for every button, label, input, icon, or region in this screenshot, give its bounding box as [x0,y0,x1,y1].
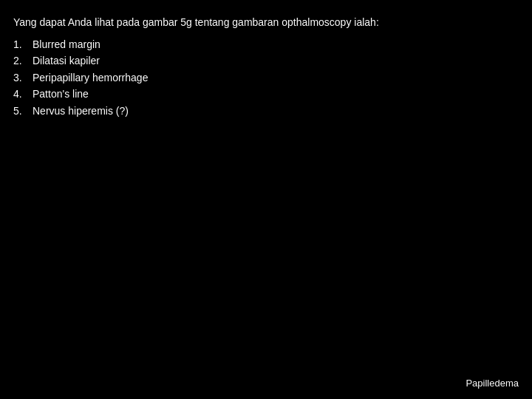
answer-list: 1.Blurred margin2.Dilatasi kapiler3.Peri… [13,36,519,119]
list-item-text: Peripapillary hemorrhage [33,69,148,86]
list-item-text: Blurred margin [33,36,100,52]
list-item: 4.Patton's line [13,86,519,102]
question-text: Yang dapat Anda lihat pada gambar 5g ten… [13,15,519,30]
list-item-text: Patton's line [33,86,89,102]
list-item-text: Dilatasi kapiler [33,52,100,69]
list-item-number: 3. [13,69,28,86]
list-item: 2.Dilatasi kapiler [13,52,519,69]
list-item: 3.Peripapillary hemorrhage [13,69,519,86]
main-content: Yang dapat Anda lihat pada gambar 5g ten… [0,0,532,134]
list-item-number: 5. [13,103,28,119]
list-item-number: 2. [13,52,28,69]
list-item-number: 4. [13,86,28,102]
list-item-number: 1. [13,36,28,52]
list-item: 1.Blurred margin [13,36,519,52]
footer-label: Papilledema [466,378,519,389]
list-item: 5.Nervus hiperemis (?) [13,103,519,119]
list-item-text: Nervus hiperemis (?) [33,103,129,119]
